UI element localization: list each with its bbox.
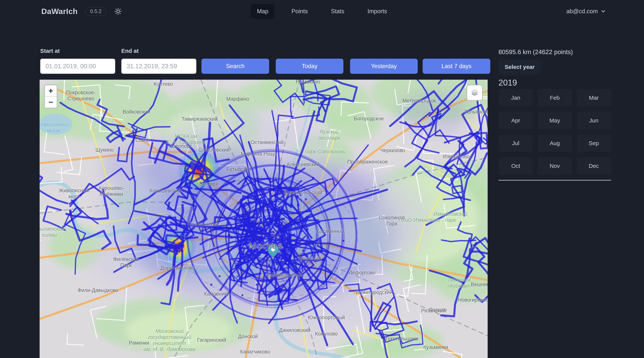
- distance-stats: 80595.6 km (24622 points): [498, 48, 573, 56]
- layers-icon: [470, 88, 479, 97]
- version-badge: 0.5.2: [85, 7, 106, 16]
- tab-imports[interactable]: Imports: [362, 4, 393, 19]
- month-button-jun[interactable]: Jun: [576, 112, 611, 129]
- month-button-nov[interactable]: Nov: [538, 157, 572, 175]
- month-button-may[interactable]: May: [538, 112, 572, 129]
- sun-icon: [114, 7, 122, 15]
- map-zoom-control: + −: [44, 85, 58, 108]
- year-heading: 2019: [498, 78, 517, 87]
- tab-points[interactable]: Points: [286, 4, 314, 19]
- month-button-feb[interactable]: Feb: [538, 89, 572, 107]
- chevron-down-icon: [600, 8, 606, 14]
- theme-toggle-button[interactable]: [114, 7, 122, 15]
- end-at-label: End at: [121, 48, 139, 54]
- main-nav: Map Points Stats Imports: [251, 0, 393, 23]
- select-year-button[interactable]: Select year: [498, 59, 541, 75]
- map-container[interactable]: Покровское- СтрешневоКоптевоВойковскийМа…: [40, 80, 488, 358]
- app-logo[interactable]: DaWarIch: [41, 7, 78, 16]
- zoom-out-button[interactable]: −: [45, 97, 57, 108]
- map-layers-control[interactable]: [466, 85, 483, 101]
- user-menu[interactable]: ab@cd.com: [566, 0, 606, 23]
- top-navbar: DaWarIch 0.5.2 Map Points Stats Imports …: [0, 0, 644, 23]
- map-canvas: [40, 80, 488, 358]
- sidebar-divider: [498, 180, 611, 180]
- month-button-mar[interactable]: Mar: [576, 89, 611, 107]
- month-grid: Jan Feb Mar Apr May Jun Jul Aug Sep Oct …: [498, 89, 611, 175]
- month-button-jul[interactable]: Jul: [498, 135, 533, 152]
- today-button[interactable]: Today: [276, 59, 344, 74]
- tab-stats[interactable]: Stats: [325, 4, 350, 19]
- yesterday-button[interactable]: Yesterday: [350, 59, 418, 74]
- user-email: ab@cd.com: [566, 8, 598, 15]
- start-at-label: Start at: [40, 48, 60, 54]
- month-button-aug[interactable]: Aug: [538, 135, 572, 152]
- zoom-in-button[interactable]: +: [45, 85, 57, 97]
- start-at-input[interactable]: [40, 59, 115, 74]
- month-button-jan[interactable]: Jan: [498, 89, 533, 107]
- brand: DaWarIch 0.5.2: [41, 0, 122, 23]
- month-button-sep[interactable]: Sep: [576, 135, 611, 152]
- tab-map[interactable]: Map: [251, 4, 274, 19]
- last-7-days-button[interactable]: Last 7 days: [423, 59, 490, 74]
- month-button-oct[interactable]: Oct: [498, 157, 533, 175]
- app-root: DaWarIch 0.5.2 Map Points Stats Imports …: [0, 0, 644, 358]
- search-button[interactable]: Search: [202, 59, 269, 74]
- month-button-dec[interactable]: Dec: [576, 157, 611, 175]
- month-button-apr[interactable]: Apr: [498, 112, 533, 129]
- end-at-input[interactable]: [121, 59, 196, 74]
